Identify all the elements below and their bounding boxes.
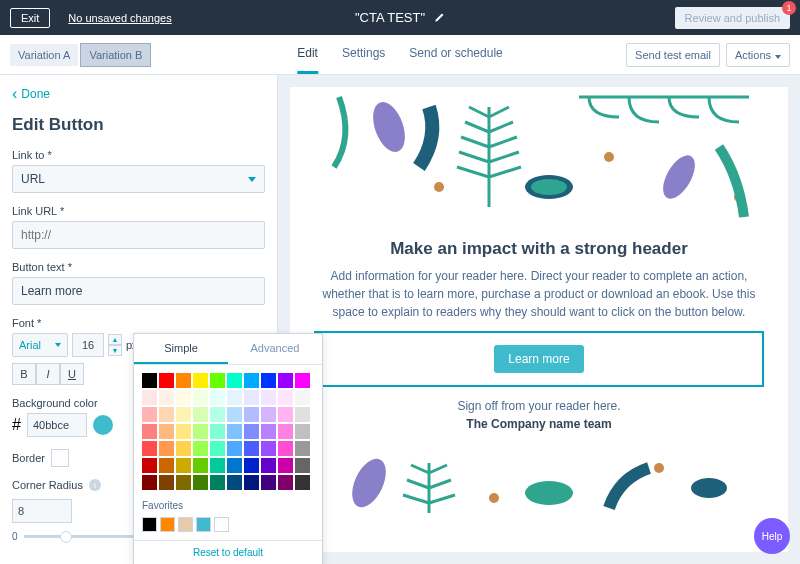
underline-button[interactable]: U: [60, 363, 84, 385]
bold-button[interactable]: B: [12, 363, 36, 385]
color-swatch[interactable]: [278, 475, 293, 490]
font-size-stepper[interactable]: ▲ ▼: [108, 334, 122, 356]
color-swatch[interactable]: [244, 424, 259, 439]
color-swatch[interactable]: [176, 441, 191, 456]
edit-icon[interactable]: [433, 12, 445, 24]
color-swatch[interactable]: [244, 373, 259, 388]
color-swatch[interactable]: [227, 390, 242, 405]
border-color-swatch[interactable]: [51, 449, 69, 467]
color-swatch[interactable]: [244, 458, 259, 473]
color-swatch[interactable]: [159, 424, 174, 439]
color-swatch[interactable]: [261, 458, 276, 473]
color-swatch[interactable]: [159, 475, 174, 490]
color-swatch[interactable]: [295, 390, 310, 405]
color-swatch[interactable]: [176, 458, 191, 473]
color-swatch[interactable]: [244, 475, 259, 490]
info-icon[interactable]: i: [89, 479, 101, 491]
color-swatch[interactable]: [193, 390, 208, 405]
color-swatch[interactable]: [244, 441, 259, 456]
color-swatch[interactable]: [227, 373, 242, 388]
link-url-input[interactable]: [12, 221, 265, 249]
link-to-select[interactable]: URL: [12, 165, 265, 193]
color-swatch[interactable]: [193, 373, 208, 388]
font-size-input[interactable]: [72, 333, 104, 357]
color-swatch[interactable]: [244, 407, 259, 422]
color-swatch[interactable]: [295, 441, 310, 456]
color-swatch[interactable]: [278, 407, 293, 422]
color-swatch[interactable]: [295, 407, 310, 422]
font-family-select[interactable]: Arial: [12, 333, 68, 357]
color-swatch[interactable]: [295, 475, 310, 490]
variation-b-tab[interactable]: Variation B: [80, 43, 151, 67]
review-publish-button[interactable]: Review and publish 1: [675, 7, 790, 29]
color-swatch[interactable]: [193, 407, 208, 422]
stepper-up-icon[interactable]: ▲: [108, 334, 122, 345]
color-swatch[interactable]: [261, 407, 276, 422]
favorite-color-swatch[interactable]: [178, 517, 193, 532]
color-swatch[interactable]: [210, 390, 225, 405]
color-swatch[interactable]: [159, 407, 174, 422]
color-swatch[interactable]: [227, 475, 242, 490]
color-swatch[interactable]: [278, 424, 293, 439]
color-tab-advanced[interactable]: Advanced: [228, 334, 322, 364]
color-swatch[interactable]: [295, 373, 310, 388]
corner-radius-input[interactable]: [12, 499, 72, 523]
color-swatch[interactable]: [278, 458, 293, 473]
color-swatch[interactable]: [295, 458, 310, 473]
color-swatch[interactable]: [278, 441, 293, 456]
color-swatch[interactable]: [142, 458, 157, 473]
color-swatch[interactable]: [210, 373, 225, 388]
color-swatch[interactable]: [278, 373, 293, 388]
color-swatch[interactable]: [176, 424, 191, 439]
tab-edit[interactable]: Edit: [297, 35, 318, 74]
cta-container[interactable]: Learn more: [314, 331, 764, 387]
color-swatch[interactable]: [142, 373, 157, 388]
background-color-swatch[interactable]: [93, 415, 113, 435]
favorite-color-swatch[interactable]: [160, 517, 175, 532]
done-button[interactable]: Done: [12, 87, 265, 101]
reset-to-default-button[interactable]: Reset to default: [134, 540, 322, 564]
cta-button[interactable]: Learn more: [494, 345, 583, 373]
button-text-input[interactable]: [12, 277, 265, 305]
background-hex-input[interactable]: [27, 413, 87, 437]
color-swatch[interactable]: [261, 424, 276, 439]
tab-settings[interactable]: Settings: [342, 35, 385, 74]
color-swatch[interactable]: [142, 475, 157, 490]
color-swatch[interactable]: [227, 441, 242, 456]
exit-button[interactable]: Exit: [10, 8, 50, 28]
color-swatch[interactable]: [159, 373, 174, 388]
color-swatch[interactable]: [261, 475, 276, 490]
stepper-down-icon[interactable]: ▼: [108, 345, 122, 356]
color-swatch[interactable]: [159, 458, 174, 473]
color-swatch[interactable]: [193, 458, 208, 473]
italic-button[interactable]: I: [36, 363, 60, 385]
color-swatch[interactable]: [142, 407, 157, 422]
help-button[interactable]: Help: [754, 518, 790, 554]
send-test-email-button[interactable]: Send test email: [626, 43, 720, 67]
color-swatch[interactable]: [227, 458, 242, 473]
unsaved-changes-link[interactable]: No unsaved changes: [68, 12, 171, 24]
color-swatch[interactable]: [176, 475, 191, 490]
variation-a-tab[interactable]: Variation A: [10, 44, 78, 66]
color-swatch[interactable]: [278, 390, 293, 405]
color-swatch[interactable]: [210, 475, 225, 490]
color-swatch[interactable]: [176, 390, 191, 405]
color-swatch[interactable]: [227, 424, 242, 439]
color-swatch[interactable]: [193, 475, 208, 490]
favorite-color-swatch[interactable]: [142, 517, 157, 532]
color-swatch[interactable]: [210, 407, 225, 422]
color-swatch[interactable]: [261, 390, 276, 405]
color-swatch[interactable]: [210, 441, 225, 456]
color-swatch[interactable]: [295, 424, 310, 439]
color-swatch[interactable]: [142, 390, 157, 405]
color-swatch[interactable]: [210, 424, 225, 439]
color-swatch[interactable]: [159, 390, 174, 405]
color-swatch[interactable]: [227, 407, 242, 422]
color-swatch[interactable]: [193, 424, 208, 439]
actions-dropdown[interactable]: Actions: [726, 43, 790, 67]
color-swatch[interactable]: [176, 407, 191, 422]
favorite-color-swatch[interactable]: [196, 517, 211, 532]
color-swatch[interactable]: [159, 441, 174, 456]
tab-send-or-schedule[interactable]: Send or schedule: [409, 35, 502, 74]
color-swatch[interactable]: [142, 424, 157, 439]
